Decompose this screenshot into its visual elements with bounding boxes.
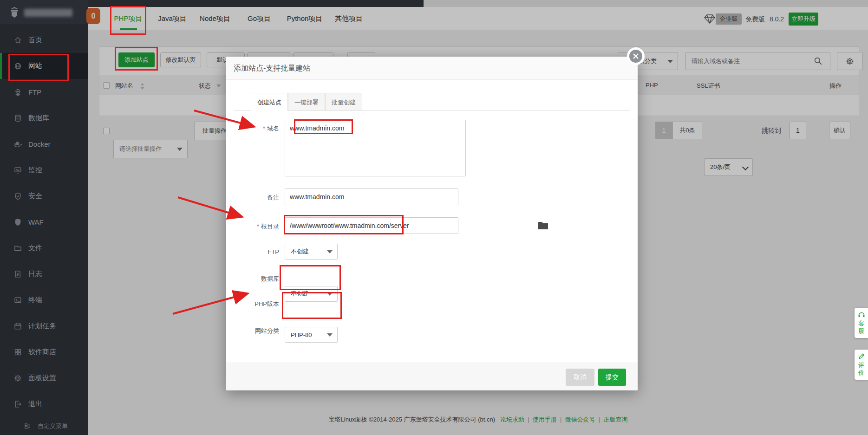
review-widget[interactable]: 评价: [855, 350, 868, 380]
note-input[interactable]: [285, 188, 458, 205]
ftp-select[interactable]: 不创建: [285, 244, 338, 260]
headset-icon: [858, 311, 865, 318]
domain-textarea[interactable]: www.tmadmin.com: [285, 120, 466, 176]
tab-divider: [234, 110, 630, 111]
submit-button[interactable]: 提交: [598, 369, 626, 386]
tab-create-site[interactable]: 创建站点: [251, 93, 288, 111]
domain-label: *域名: [226, 124, 279, 133]
ftp-label: FTP: [226, 248, 279, 255]
tab-batch-create[interactable]: 批量创建: [325, 93, 362, 111]
customer-service-widget[interactable]: 客服: [855, 308, 868, 338]
tab-one-click-deploy[interactable]: 一键部署: [288, 93, 325, 111]
note-label: 备注: [226, 194, 279, 202]
chevron-down-icon: [327, 250, 333, 253]
site-category-label: 网站分类: [226, 327, 279, 335]
chevron-down-icon: [327, 333, 333, 337]
pencil-icon: [858, 353, 865, 360]
cancel-button[interactable]: 取消: [566, 369, 594, 386]
database-select[interactable]: 不创建: [285, 286, 338, 302]
chevron-down-icon: [327, 292, 333, 296]
modal-footer: 取消 提交: [226, 363, 638, 390]
close-icon[interactable]: [627, 47, 645, 65]
modal-title: 添加站点-支持批量建站: [234, 57, 638, 80]
add-site-modal: 添加站点-支持批量建站 创建站点 一键部署 批量创建 *域名 www.tmadm…: [226, 57, 638, 390]
root-dir-label: *根目录: [226, 222, 279, 231]
folder-picker-icon[interactable]: [538, 221, 548, 230]
modal-header: 添加站点-支持批量建站: [226, 57, 638, 80]
php-version-select[interactable]: PHP-80: [285, 327, 338, 343]
database-label: 数据库: [226, 275, 279, 283]
root-dir-input[interactable]: [285, 217, 458, 234]
php-version-label: PHP版本: [226, 300, 279, 308]
